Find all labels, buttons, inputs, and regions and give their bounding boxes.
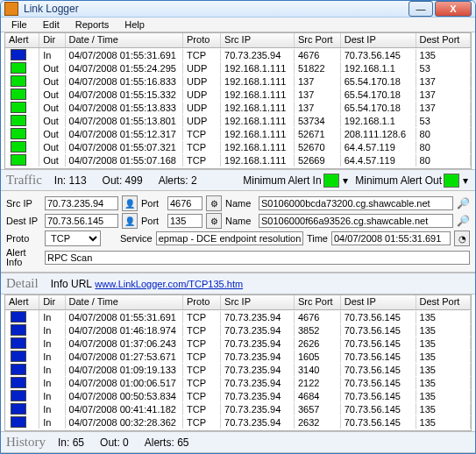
cell-destport: 80	[416, 154, 471, 167]
col-destip-b[interactable]: Dest IP	[341, 295, 416, 309]
menubar: File Edit Reports Help	[1, 18, 475, 32]
table-row[interactable]: In04/07/2008 01:37:06.243TCP70.73.235.94…	[5, 337, 471, 350]
cell-destip: 65.54.170.18	[341, 102, 416, 114]
table-row[interactable]: Out04/07/2008 01:55:15.332UDP192.168.1.1…	[5, 88, 471, 101]
table-row[interactable]: In04/07/2008 00:50:53.834TCP70.73.235.94…	[5, 389, 471, 402]
col-alert[interactable]: Alert	[5, 33, 39, 47]
col-destport[interactable]: Dest Port	[416, 33, 471, 47]
cell-proto: TCP	[183, 311, 221, 323]
table-row[interactable]: In04/07/2008 01:27:53.671TCP70.73.235.94…	[5, 350, 471, 363]
alert-color-icon	[11, 377, 26, 388]
srcip-lookup-icon[interactable]: 👤	[122, 195, 138, 211]
srcip-input[interactable]	[45, 196, 118, 210]
col-destport-b[interactable]: Dest Port	[416, 295, 471, 309]
cell-destport: 135	[416, 390, 471, 402]
col-datetime[interactable]: Date / Time	[66, 33, 183, 47]
info-url-link[interactable]: www.LinkLogger.com/TCP135.htm	[95, 279, 243, 289]
col-proto-b[interactable]: Proto	[183, 295, 221, 309]
dname-input[interactable]	[259, 214, 453, 228]
col-datetime-b[interactable]: Date / Time	[66, 295, 183, 309]
dstip-lookup-icon[interactable]: 👤	[122, 213, 138, 229]
cell-destip: 70.73.56.145	[341, 416, 416, 429]
cell-datetime: 04/07/2008 01:37:06.243	[66, 337, 183, 350]
table-row[interactable]: Out04/07/2008 01:55:13.833UDP192.168.1.1…	[5, 101, 471, 114]
cell-datetime: 04/07/2008 01:46:18.974	[66, 324, 183, 337]
traffic-in: 113	[69, 174, 87, 187]
alert-color-icon	[11, 416, 26, 428]
cell-proto: TCP	[183, 390, 221, 402]
dport-input[interactable]	[167, 214, 202, 228]
sport-label: Port	[141, 198, 164, 209]
min-alert-out-swatch[interactable]	[444, 174, 459, 188]
proto-select[interactable]: TCP	[45, 231, 101, 246]
cell-srcport: 51822	[295, 62, 341, 74]
sname-search-icon[interactable]: 🔎	[457, 197, 470, 209]
hist-in: 65	[73, 436, 84, 449]
sname-input[interactable]	[259, 196, 453, 210]
time-input[interactable]	[331, 231, 451, 245]
table-row[interactable]: Out04/07/2008 01:55:07.321TCP192.168.1.1…	[5, 140, 471, 153]
table-row[interactable]: Out04/07/2008 01:55:13.801UDP192.168.1.1…	[5, 114, 471, 127]
col-dir-b[interactable]: Dir	[39, 295, 65, 309]
min-alert-in-dd[interactable]: ▾	[341, 174, 350, 187]
table-row[interactable]: In04/07/2008 01:55:31.691TCP70.73.235.94…	[5, 310, 471, 323]
menu-edit[interactable]: Edit	[36, 18, 67, 32]
close-button[interactable]: X	[435, 1, 472, 17]
col-destip[interactable]: Dest IP	[341, 33, 416, 47]
col-srcport[interactable]: Src Port	[295, 33, 341, 47]
col-srcip[interactable]: Src IP	[221, 33, 295, 47]
table-row[interactable]: In04/07/2008 00:32:28.362TCP70.73.235.94…	[5, 415, 471, 429]
table-row[interactable]: Out04/07/2008 01:55:24.295UDP192.168.1.1…	[5, 61, 471, 74]
menu-help[interactable]: Help	[117, 18, 152, 32]
detail-bar: Detail Info URL www.LinkLogger.com/TCP13…	[1, 273, 475, 294]
dname-search-icon[interactable]: 🔎	[457, 215, 470, 227]
cell-destip: 192.168.1.1	[341, 62, 416, 74]
table-row[interactable]: In04/07/2008 01:09:19.133TCP70.73.235.94…	[5, 363, 471, 376]
cell-srcip: 192.168.1.111	[221, 128, 295, 140]
cell-srcport: 4676	[295, 49, 341, 61]
alertinfo-label: Alert Info	[6, 248, 41, 267]
alert-color-icon	[11, 390, 26, 401]
cell-dir: Out	[39, 154, 65, 167]
min-alert-out-dd[interactable]: ▾	[461, 174, 470, 187]
col-dir[interactable]: Dir	[39, 33, 65, 47]
col-srcip-b[interactable]: Src IP	[221, 295, 295, 309]
cell-destport: 135	[416, 403, 471, 415]
table-row[interactable]: In04/07/2008 01:55:31.691TCP70.73.235.94…	[5, 48, 471, 61]
alertinfo-input[interactable]	[45, 251, 470, 265]
app-window: Link Logger — X File Edit Reports Help A…	[0, 0, 476, 454]
menu-file[interactable]: File	[4, 18, 34, 32]
dport-lookup-icon[interactable]: ⚙	[206, 213, 222, 229]
bottom-grid[interactable]: In04/07/2008 01:55:31.691TCP70.73.235.94…	[4, 310, 472, 431]
dstip-label: Dest IP	[6, 216, 41, 226]
menu-reports[interactable]: Reports	[68, 18, 117, 32]
alert-color-icon	[11, 403, 26, 415]
cell-destip: 70.73.56.145	[341, 311, 416, 323]
cell-destip: 65.54.170.18	[341, 89, 416, 101]
sport-input[interactable]	[167, 196, 202, 210]
table-row[interactable]: In04/07/2008 00:41:41.182TCP70.73.235.94…	[5, 402, 471, 415]
cell-destport: 137	[416, 75, 471, 88]
col-srcport-b[interactable]: Src Port	[295, 295, 341, 309]
col-alert-b[interactable]: Alert	[5, 295, 39, 309]
table-row[interactable]: Out04/07/2008 01:55:16.833UDP192.168.1.1…	[5, 74, 471, 88]
cell-proto: TCP	[183, 49, 221, 61]
cell-proto: TCP	[183, 416, 221, 429]
table-row[interactable]: In04/07/2008 01:46:18.974TCP70.73.235.94…	[5, 323, 471, 337]
sport-lookup-icon[interactable]: ⚙	[206, 195, 222, 211]
cell-srcport: 2632	[295, 416, 341, 429]
cell-srcip: 70.73.235.94	[221, 324, 295, 337]
dstip-input[interactable]	[45, 214, 118, 228]
top-grid[interactable]: In04/07/2008 01:55:31.691TCP70.73.235.94…	[4, 48, 472, 169]
min-alert-in-swatch[interactable]	[323, 174, 339, 188]
titlebar[interactable]: Link Logger — X	[1, 1, 475, 18]
table-row[interactable]: Out04/07/2008 01:55:12.317TCP192.168.1.1…	[5, 127, 471, 140]
time-clock-icon[interactable]: ◔	[454, 231, 470, 246]
col-proto[interactable]: Proto	[183, 33, 221, 47]
traffic-bar: Traffic In: 113 Out: 499 Alerts: 2 Minim…	[1, 169, 475, 191]
service-label: Service	[120, 233, 153, 244]
table-row[interactable]: Out04/07/2008 01:55:07.168TCP192.168.1.1…	[5, 153, 471, 167]
table-row[interactable]: In04/07/2008 01:00:06.517TCP70.73.235.94…	[5, 376, 471, 389]
minimize-button[interactable]: —	[409, 1, 433, 17]
service-input[interactable]	[156, 231, 303, 245]
